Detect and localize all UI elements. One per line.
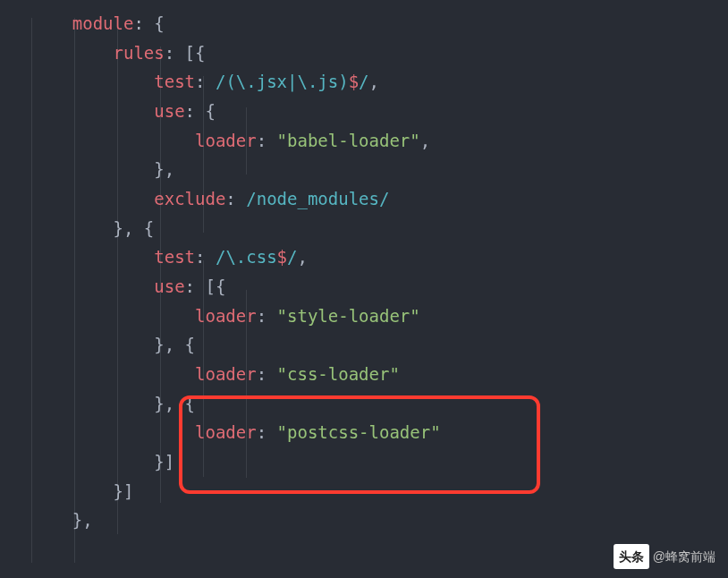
code-line: }] [31, 477, 728, 506]
punct: }] [114, 481, 134, 501]
punct: : [{ [185, 276, 226, 296]
punct: : [195, 247, 216, 267]
regex-close: / [359, 72, 368, 91]
string-style: "style-loader" [277, 306, 420, 326]
string-postcss: "postcss-loader" [277, 422, 441, 442]
code-line: }, { [31, 330, 728, 360]
punct: : [257, 131, 277, 150]
punct: : [257, 364, 277, 384]
punct: }, { [154, 394, 195, 413]
comma: , [369, 72, 379, 91]
key-use: use [154, 101, 184, 121]
key-loader: loader [195, 422, 257, 442]
code-line: test: /\.css$/, [31, 242, 728, 272]
regex-value: /(\.jsx|\.js) [216, 72, 349, 91]
code-editor: module: { rules: [{ test: /(\.jsx|\.js)$… [0, 9, 728, 535]
code-line: }, [31, 506, 728, 535]
watermark-badge: 头条 [614, 544, 649, 569]
punct: }] [154, 452, 174, 472]
punct: : [{ [165, 43, 206, 63]
watermark-text: @蜂窝前端 [653, 546, 715, 567]
code-line: loader: "babel-loader", [31, 126, 728, 156]
punct: : [195, 72, 216, 91]
key-use: use [154, 276, 184, 296]
code-line: use: [{ [31, 272, 728, 302]
watermark: 头条 @蜂窝前端 [614, 544, 715, 569]
key-loader: loader [195, 364, 257, 384]
code-line: loader: "postcss-loader" [31, 418, 728, 447]
punct: }, { [154, 335, 195, 354]
key-loader: loader [195, 131, 257, 150]
regex-value: /\.css [216, 247, 277, 267]
key-test: test [154, 247, 195, 267]
string-babel: "babel-loader" [277, 131, 420, 150]
code-line: loader: "style-loader" [31, 302, 728, 331]
code-line: loader: "css-loader" [31, 360, 728, 389]
code-line: }, { [31, 214, 728, 243]
key-rules: rules [114, 43, 165, 63]
regex-close: / [287, 247, 297, 267]
code-line: use: { [31, 97, 728, 126]
code-line: module: { [31, 9, 728, 38]
regex-end: $ [349, 72, 359, 91]
punct: : [257, 422, 277, 442]
punct: }, { [114, 218, 155, 238]
string-css: "css-loader" [277, 364, 400, 384]
code-line: }, { [31, 389, 728, 419]
regex-end: $ [277, 247, 287, 267]
code-line: test: /(\.jsx|\.js)$/, [31, 67, 728, 97]
punct: : [225, 189, 246, 208]
key-test: test [154, 72, 195, 91]
key-module: module [72, 13, 134, 33]
punct: : [257, 306, 277, 326]
comma: , [420, 131, 430, 150]
code-line: }, [31, 155, 728, 184]
comma: , [297, 247, 307, 267]
punct: }, [72, 510, 93, 530]
punct: : { [185, 101, 216, 121]
regex-value: /node_modules/ [246, 189, 389, 208]
punct: : { [133, 13, 164, 33]
key-loader: loader [195, 306, 257, 326]
code-line: rules: [{ [31, 38, 728, 68]
key-exclude: exclude [154, 189, 225, 208]
code-line: }] [31, 447, 728, 477]
code-line: exclude: /node_modules/ [31, 184, 728, 214]
punct: }, [154, 159, 174, 179]
